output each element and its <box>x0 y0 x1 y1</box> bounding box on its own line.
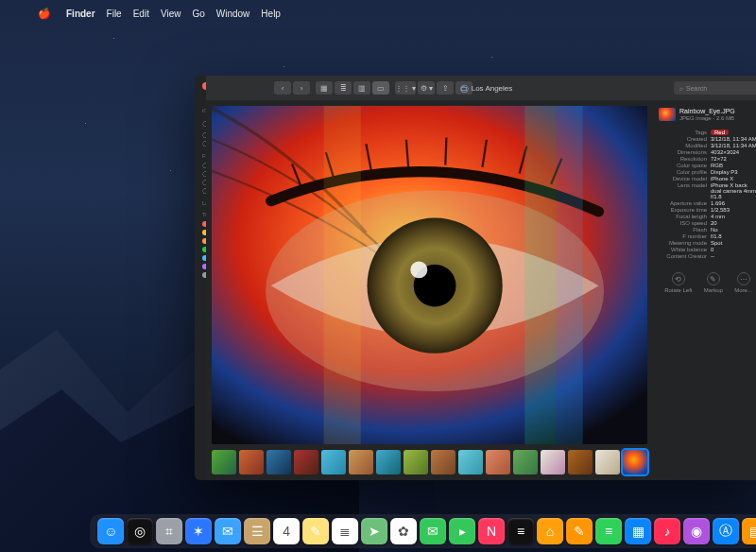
thumbnail[interactable] <box>431 450 455 474</box>
thumbnail[interactable] <box>321 450 346 474</box>
dock-app-news[interactable]: N <box>478 518 505 544</box>
dock-app-finder[interactable]: ☺ <box>97 518 124 544</box>
dock-app-contacts[interactable]: ☰ <box>244 518 270 544</box>
dock-app-calendar[interactable]: 4 <box>273 518 300 544</box>
apple-menu[interactable]: 🍎 <box>38 8 51 20</box>
metadata-row: Color profileDisplay P3 <box>659 168 756 175</box>
menubar-app-name[interactable]: Finder <box>66 9 95 19</box>
metadata-value: RGB <box>711 163 756 168</box>
sidebar-item[interactable]: School <box>200 245 204 253</box>
dock-app-maps[interactable]: ➤ <box>361 518 387 544</box>
markup-icon: ✎ <box>707 272 720 285</box>
metadata-row: Modified3/12/18, 11:34 AM <box>659 142 756 148</box>
metadata-value: 72×72 <box>711 156 756 162</box>
sidebar-item[interactable]: Family <box>200 270 204 279</box>
svg-rect-14 <box>557 106 583 444</box>
metadata-row: Dimensions4032×3024 <box>659 148 756 155</box>
sidebar-item[interactable]: ◌iCloud Drive <box>200 115 204 130</box>
sidebar-item[interactable]: Travel <box>200 262 204 270</box>
dock-app-stocks[interactable]: ≡ <box>507 518 534 544</box>
view-icons-button[interactable]: ▦ <box>316 81 333 95</box>
thumbnail[interactable] <box>541 450 565 474</box>
thumbnail[interactable] <box>486 450 510 474</box>
thumbnail[interactable] <box>376 450 401 474</box>
arrange-button[interactable]: ⋮⋮ ▾ <box>395 81 416 95</box>
view-columns-button[interactable]: ▥ <box>353 81 370 95</box>
dock-app-siri[interactable]: ◎ <box>127 518 153 544</box>
sidebar-item[interactable]: ◌AirDrop <box>200 161 204 169</box>
thumbnail[interactable] <box>349 450 373 474</box>
dock-app-notes[interactable]: ✎ <box>302 518 329 544</box>
menu-help[interactable]: Help <box>261 9 281 19</box>
info-panel: Rainbow_Eye.JPG JPEG image - 2.6 MB Tags… <box>653 100 756 480</box>
dock-app-podcasts[interactable]: ◉ <box>683 518 710 544</box>
metadata-row: Content Creator-- <box>659 252 756 259</box>
thumbnail[interactable] <box>458 450 483 474</box>
thumbnail[interactable] <box>404 450 428 474</box>
dock-app-launchpad[interactable]: ⌗ <box>156 518 182 544</box>
menu-go[interactable]: Go <box>192 9 204 19</box>
search-input[interactable]: ⌕ Search <box>674 81 756 95</box>
sidebar-item[interactable]: Important <box>200 236 204 245</box>
back-button[interactable]: ‹ <box>274 81 291 95</box>
tag-chip[interactable]: Red <box>711 129 729 135</box>
dock-app-numbers[interactable]: ≡ <box>595 518 622 544</box>
quick-action-label: Markup <box>704 287 723 293</box>
menu-file[interactable]: File <box>107 9 122 19</box>
sidebar-item[interactable]: Work <box>200 219 204 228</box>
quick-action-button[interactable]: ✎Markup <box>704 272 723 293</box>
quick-action-label: More… <box>734 287 753 293</box>
view-list-button[interactable]: ≣ <box>335 81 352 95</box>
metadata-row: ISO speed20 <box>659 219 756 226</box>
metadata-value: 4 mm <box>711 214 756 219</box>
file-subtitle: JPEG image - 2.6 MB <box>679 115 735 121</box>
dock-app-itunes[interactable]: ♪ <box>654 518 680 544</box>
thumbnail[interactable] <box>266 450 291 474</box>
share-button[interactable]: ⇪ <box>437 81 454 95</box>
dock-app-facetime[interactable]: ▸ <box>449 518 475 544</box>
gallery-preview-image[interactable] <box>212 106 647 444</box>
thumbnail[interactable] <box>513 450 538 474</box>
metadata-row: Color spaceRGB <box>659 162 756 168</box>
sidebar-item[interactable]: ◌Applications <box>200 178 204 186</box>
thumbnail[interactable] <box>568 450 593 474</box>
sidebar-item[interactable]: Home <box>200 228 204 236</box>
thumbnail[interactable] <box>239 450 264 474</box>
sidebar-item[interactable]: ◌Documents <box>200 139 204 147</box>
action-button[interactable]: ⚙ ▾ <box>418 81 435 95</box>
dock-app-messages[interactable]: ✉ <box>420 518 446 544</box>
dock-app-keynote[interactable]: ▦ <box>625 518 651 544</box>
sidebar-item[interactable]: ◌Desktop <box>200 130 204 139</box>
dock-app-photos[interactable]: ✿ <box>390 518 417 544</box>
dock-app-reminders[interactable]: ≣ <box>332 518 358 544</box>
dock-app-home[interactable]: ⌂ <box>537 518 563 544</box>
metadata-key: Color space <box>659 163 707 168</box>
dock-app-mail[interactable]: ✉ <box>215 518 241 544</box>
metadata-key: F number <box>659 233 707 239</box>
thumbnail[interactable] <box>212 450 236 474</box>
desktop: 🍎 Finder File Edit View Go Window Help i… <box>0 0 756 552</box>
sidebar-item[interactable]: ◌Downloads <box>200 186 204 195</box>
view-gallery-button[interactable]: ▭ <box>372 81 389 95</box>
menu-view[interactable]: View <box>161 9 181 19</box>
dock-app-books[interactable]: ▤ <box>742 518 756 544</box>
menu-edit[interactable]: Edit <box>133 9 149 19</box>
quick-action-button[interactable]: ⋯More… <box>734 272 753 293</box>
dock-app-app-store[interactable]: Ⓐ <box>713 518 739 544</box>
dock-app-safari[interactable]: ✶ <box>185 518 212 544</box>
thumbnail[interactable] <box>623 450 647 474</box>
forward-button[interactable]: › <box>293 81 310 95</box>
menu-window[interactable]: Window <box>216 9 250 19</box>
metadata-key: Lens model <box>659 182 707 199</box>
thumbnail[interactable] <box>294 450 318 474</box>
sidebar-item[interactable]: Music <box>200 253 204 262</box>
sidebar-item[interactable]: ◌Recents <box>200 169 204 178</box>
metadata-row: Exposure time1/2,583 <box>659 206 756 213</box>
metadata-key: Exposure time <box>659 207 707 213</box>
thumbnail[interactable] <box>595 450 620 474</box>
dock-app-pages[interactable]: ✎ <box>566 518 593 544</box>
metadata-key: ISO speed <box>659 220 707 226</box>
metadata-key: Metering mode <box>659 240 707 246</box>
quick-action-button[interactable]: ⟲Rotate Left <box>664 272 692 293</box>
metadata-value: 1/2,583 <box>711 207 756 213</box>
